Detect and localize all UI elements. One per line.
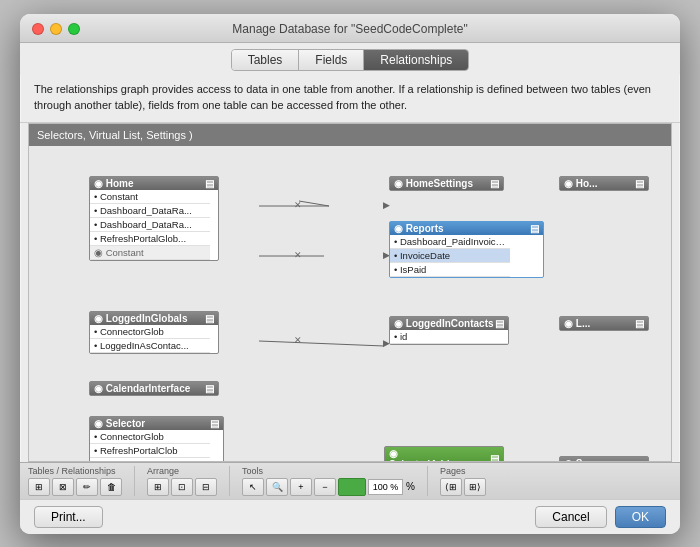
- zoom-in-button[interactable]: +: [290, 478, 312, 496]
- window-controls: [32, 23, 80, 35]
- toolbar-arrange-label: Arrange: [147, 466, 179, 476]
- node-home-field-3: Dashboard_DataRa...: [90, 218, 210, 232]
- node-selector-field-2: RefreshPortalClob: [90, 444, 210, 458]
- ok-button[interactable]: OK: [615, 506, 666, 528]
- node-home[interactable]: ◉ Home ▤ Constant Dashboard_DataRa... Da…: [89, 176, 219, 261]
- node-home-field-1: Constant: [90, 190, 210, 204]
- main-window: Manage Database for "SeedCodeComplete" T…: [20, 14, 680, 534]
- add-related-button[interactable]: ⊠: [52, 478, 74, 496]
- description-text: The relationships graph provides access …: [20, 75, 680, 123]
- node-calendarinterface[interactable]: ◉ CalendarInterface ▤: [89, 381, 219, 396]
- footer-bar: Print... Cancel OK: [20, 499, 680, 534]
- toolbar-pages-buttons: ⟨⊞ ⊞⟩: [440, 478, 486, 496]
- node-home-field-4: RefreshPortalGlob...: [90, 232, 210, 246]
- zoom-percent: %: [406, 481, 415, 492]
- titlebar: Manage Database for "SeedCodeComplete": [20, 14, 680, 43]
- maximize-button[interactable]: [68, 23, 80, 35]
- minimize-button[interactable]: [50, 23, 62, 35]
- node-selector-header: ◉ Selector ▤: [90, 417, 223, 430]
- svg-line-3: [259, 341, 384, 346]
- divider-3: [427, 466, 428, 496]
- toolbar-arrange-section: Arrange ⊞ ⊡ ⊟: [147, 466, 217, 496]
- node-selectedaddresses-header: ◉ SelectedAddresses ▤: [385, 447, 503, 461]
- page-prev-button[interactable]: ⟨⊞: [440, 478, 462, 496]
- toolbar-tables-buttons: ⊞ ⊠ ✏ 🗑: [28, 478, 122, 496]
- divider-1: [134, 466, 135, 496]
- node-partial-right-header: ◉ L... ▤: [560, 317, 648, 330]
- window-title: Manage Database for "SeedCodeComplete": [232, 22, 467, 36]
- canvas-header: Selectors, Virtual List, Settings ): [29, 124, 671, 146]
- cancel-button[interactable]: Cancel: [535, 506, 606, 528]
- divider-2: [229, 466, 230, 496]
- tab-tables[interactable]: Tables: [232, 50, 300, 70]
- toolbar-pages-section: Pages ⟨⊞ ⊞⟩: [440, 466, 486, 496]
- tab-group: Tables Fields Relationships: [231, 49, 470, 71]
- node-calendarinterface-header: ◉ CalendarInterface ▤: [90, 382, 218, 395]
- toolbar-tables-label: Tables / Relationships: [28, 466, 116, 476]
- svg-text:✕: ✕: [294, 335, 302, 345]
- footer-right-buttons: Cancel OK: [535, 506, 666, 528]
- svg-line-1: [299, 201, 329, 206]
- svg-text:✕: ✕: [294, 250, 302, 260]
- zoom-input[interactable]: [368, 479, 403, 495]
- node-se-partial[interactable]: ◉ Se...: [559, 456, 649, 461]
- print-button[interactable]: Print...: [34, 506, 103, 528]
- node-loggedincontacts-field-1: id: [390, 330, 508, 344]
- node-selectedaddresses[interactable]: ◉ SelectedAddresses ▤: [384, 446, 504, 461]
- node-loggedinglobals-header: ◉ LoggedInGlobals ▤: [90, 312, 218, 325]
- node-hoi[interactable]: ◉ Ho... ▤: [559, 176, 649, 191]
- edit-table-button[interactable]: ✏: [76, 478, 98, 496]
- toolbar-tools-label: Tools: [242, 466, 263, 476]
- toolbar-arrange-buttons: ⊞ ⊡ ⊟: [147, 478, 217, 496]
- node-loggedincontacts-header: ◉ LoggedInContacts ▤: [390, 317, 508, 330]
- toolbar-tools-buttons: ↖ 🔍 + − %: [242, 478, 415, 496]
- search-tool-button[interactable]: 🔍: [266, 478, 288, 496]
- zoom-out-button[interactable]: −: [314, 478, 336, 496]
- select-tool-button[interactable]: ↖: [242, 478, 264, 496]
- node-reports-header: ◉ Reports ▤: [390, 222, 543, 235]
- node-home-header: ◉ Home ▤: [90, 177, 218, 190]
- add-table-button[interactable]: ⊞: [28, 478, 50, 496]
- node-selector-field-1: ConnectorGlob: [90, 430, 210, 444]
- node-reports[interactable]: ◉ Reports ▤ Dashboard_PaidInvoicesPerDat…: [389, 221, 544, 278]
- tab-relationships[interactable]: Relationships: [364, 50, 468, 70]
- node-reports-field-2: InvoiceDate: [390, 249, 510, 263]
- svg-text:✕: ✕: [294, 200, 302, 210]
- toolbar-pages-label: Pages: [440, 466, 466, 476]
- canvas-area[interactable]: Selectors, Virtual List, Settings ) ✕ ✕: [28, 123, 672, 462]
- node-homesettings[interactable]: ◉ HomeSettings ▤: [389, 176, 504, 191]
- node-selector[interactable]: ◉ Selector ▤ ConnectorGlob RefreshPortal…: [89, 416, 224, 461]
- node-loggedincontacts[interactable]: ◉ LoggedInContacts ▤ id: [389, 316, 509, 345]
- arrange-btn-1[interactable]: ⊞: [147, 478, 169, 496]
- arrange-btn-2[interactable]: ⊡: [171, 478, 193, 496]
- node-reports-field-3: IsPaid: [390, 263, 510, 277]
- bottom-toolbar: Tables / Relationships ⊞ ⊠ ✏ 🗑 Arrange ⊞…: [20, 462, 680, 499]
- node-se-partial-header: ◉ Se...: [560, 457, 648, 461]
- svg-text:✕: ✕: [294, 460, 302, 461]
- node-home-field-2: Dashboard_DataRa...: [90, 204, 210, 218]
- node-hoi-header: ◉ Ho... ▤: [560, 177, 648, 190]
- node-loggedinglobals-field-2: LoggedInAsContac...: [90, 339, 210, 353]
- node-reports-field-1: Dashboard_PaidInvoicesPerDateRange: [390, 235, 510, 249]
- toolbar-tools-section: Tools ↖ 🔍 + − %: [242, 466, 415, 496]
- close-button[interactable]: [32, 23, 44, 35]
- arrange-btn-3[interactable]: ⊟: [195, 478, 217, 496]
- page-next-button[interactable]: ⊞⟩: [464, 478, 486, 496]
- tab-fields[interactable]: Fields: [299, 50, 364, 70]
- toolbar-tables-section: Tables / Relationships ⊞ ⊠ ✏ 🗑: [28, 466, 122, 496]
- node-loggedinglobals[interactable]: ◉ LoggedInGlobals ▤ ConnectorGlob Logged…: [89, 311, 219, 354]
- node-homesettings-header: ◉ HomeSettings ▤: [390, 177, 503, 190]
- green-tool-button[interactable]: [338, 478, 366, 496]
- canvas-scroll[interactable]: ✕ ✕ ✕ ✕ ✕ ✕ ▶ ▶ ▶ ▶ ▶ ◉ Home ▤ Constant: [29, 146, 671, 461]
- node-partial-right[interactable]: ◉ L... ▤: [559, 316, 649, 331]
- delete-table-button[interactable]: 🗑: [100, 478, 122, 496]
- tab-bar: Tables Fields Relationships: [20, 43, 680, 75]
- node-home-footer: ◉ Constant: [90, 246, 210, 260]
- svg-text:▶: ▶: [383, 200, 390, 210]
- node-loggedinglobals-field-1: ConnectorGlob: [90, 325, 210, 339]
- node-selector-field-3: SelectAddressKey...: [90, 458, 210, 461]
